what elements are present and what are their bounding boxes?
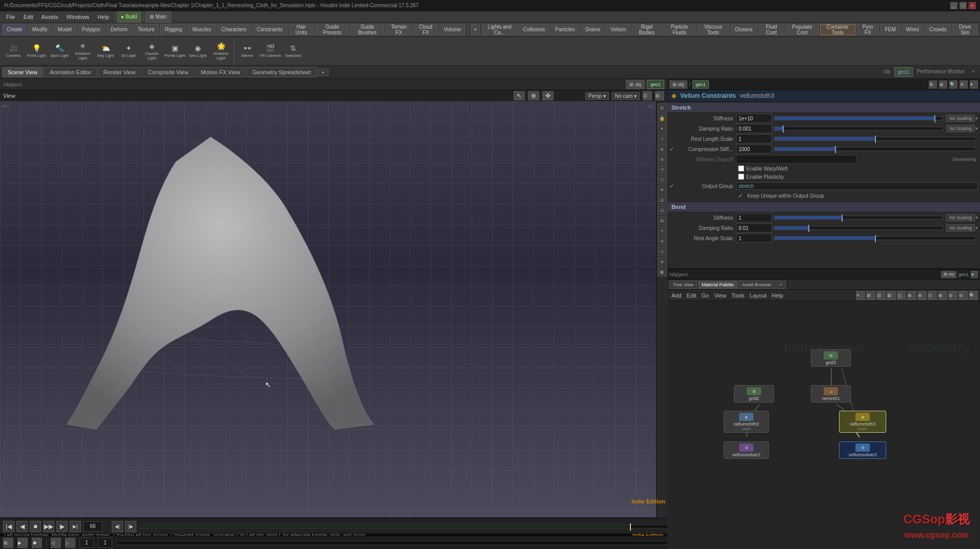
viscous-tools[interactable]: Viscous Tools	[697, 24, 729, 35]
ng-go[interactable]: Go	[700, 291, 711, 300]
vr-icon-7[interactable]: ⟲	[658, 165, 667, 174]
menu-assets[interactable]: Assets	[37, 13, 63, 21]
rigid-bodies[interactable]: Rigid Bodies	[631, 24, 662, 35]
tool-vr-camera[interactable]: 🎬 VR Camera	[259, 38, 281, 65]
props-icon2[interactable]: ⊕	[939, 80, 947, 89]
rest-angle-input[interactable]	[736, 234, 772, 243]
right-tab-add[interactable]: +	[969, 67, 978, 77]
output-group-input[interactable]	[736, 182, 978, 190]
viewport-canvas[interactable]: ↖ abc xyz ⊞ 🔒 ● ⊙ ◈ ⊕ ⟲ ⊡	[0, 101, 667, 517]
compression-check[interactable]: ✓	[669, 146, 678, 153]
drive-sim[interactable]: Drive Sim	[952, 24, 978, 35]
node-vellumsolver2[interactable]: ⚙ vellumsolver2	[724, 441, 769, 459]
bb-icon5[interactable]: ▷	[65, 538, 75, 548]
bend-stiffness-arrow[interactable]: ▾	[975, 215, 978, 220]
vr-icon-9[interactable]: ▼	[658, 185, 667, 195]
jump-start[interactable]: |◀	[3, 521, 14, 532]
bb-icon1[interactable]: ⊞	[3, 538, 13, 548]
tab-animation-editor[interactable]: Animation Editor	[44, 67, 97, 77]
shelf-model[interactable]: Model	[53, 24, 76, 35]
main-button[interactable]: ⊞ Main	[145, 11, 171, 23]
right-perf-monitor[interactable]: Performance Monitor	[914, 67, 968, 77]
node-grid3[interactable]: ⊞ grid3	[811, 349, 851, 367]
shelf-add[interactable]: +	[471, 24, 480, 35]
tool-gi-light[interactable]: ✦ GI Light	[117, 38, 140, 65]
grains[interactable]: Grains	[581, 24, 605, 35]
tool-portal-light[interactable]: ▣ Portal Light	[164, 38, 186, 65]
bb-icon4[interactable]: ◁	[51, 538, 61, 548]
vr-icon-6[interactable]: ⊕	[658, 155, 667, 164]
rest-length-slider[interactable]	[774, 137, 976, 141]
tool-ambient-light[interactable]: ☀ Ambient Light	[71, 38, 94, 65]
vr-icon-13[interactable]: ✕	[658, 226, 667, 236]
ng-icon11[interactable]: ⊖	[958, 291, 968, 300]
play-realtime[interactable]: ▶▶	[43, 521, 54, 532]
close-button[interactable]: ×	[969, 2, 976, 9]
compression-slider[interactable]	[774, 147, 976, 151]
shelf-guide-brushes[interactable]: Guide Brushes	[350, 24, 384, 35]
damping-input[interactable]	[736, 124, 772, 133]
shelf-hair-units[interactable]: Hair Units	[289, 24, 314, 35]
vr-icon-3[interactable]: ●	[658, 124, 667, 133]
damping-no-scaling-btn[interactable]: No Scaling	[946, 125, 975, 132]
vp-icon2[interactable]: ⊞	[655, 91, 664, 100]
particles[interactable]: Particles	[550, 24, 579, 35]
tool-sky[interactable]: ⛅ Sky Light	[94, 38, 117, 65]
vr-icon-17[interactable]: ▣	[658, 267, 667, 277]
tab-render-view[interactable]: Render View	[98, 67, 141, 77]
play-forward[interactable]: ▶	[56, 521, 68, 532]
bb-icon2[interactable]: ▶	[17, 538, 28, 548]
ng-icon2[interactable]: ⊞	[866, 291, 875, 300]
menu-file[interactable]: File	[2, 13, 19, 21]
bend-damping-slider[interactable]	[774, 226, 943, 230]
ng-icon3[interactable]: ⊟	[876, 291, 886, 300]
tab-geometry-spreadsheet[interactable]: Geometry Spreadsheet	[247, 67, 317, 77]
ng-icon4[interactable]: ⊠	[887, 291, 896, 300]
menu-help[interactable]: Help	[93, 13, 113, 21]
props-obj-btn[interactable]: ⊞ obj	[669, 80, 687, 89]
bb-icon3[interactable]: ⏺	[32, 538, 42, 548]
ng-icon5[interactable]: ◫	[897, 291, 906, 300]
container-tools[interactable]: Container Tools	[820, 24, 855, 35]
props-icon4[interactable]: ✕	[959, 80, 968, 89]
shelf-muscles[interactable]: Muscles	[188, 24, 216, 35]
collisions[interactable]: Collisions	[519, 24, 550, 35]
shelf-rigging[interactable]: Rigging	[160, 24, 187, 35]
tool-stereo[interactable]: 👓 Stereo	[236, 38, 258, 65]
prev-key[interactable]: ◀|	[112, 521, 123, 532]
populate-cont[interactable]: Populate Cont	[786, 24, 819, 35]
tab-composite-view[interactable]: Composite View	[142, 67, 194, 77]
node-remesh1[interactable]: ⊿ remesh1	[811, 385, 851, 403]
pyro-fx[interactable]: Pyro FX	[856, 24, 880, 35]
stiffness-dropdown-arrow[interactable]: ▾	[975, 116, 978, 121]
shelf-characters[interactable]: Characters	[217, 24, 251, 35]
vr-icon-12[interactable]: ⊠	[658, 216, 667, 225]
ng-layout[interactable]: Layout	[748, 291, 769, 300]
ng-tab-material-palette[interactable]: Material Palette	[698, 281, 738, 289]
minimize-button[interactable]: _	[950, 2, 957, 9]
vr-icon-2[interactable]: 🔒	[658, 114, 667, 123]
vr-icon-16[interactable]: ⊕	[658, 257, 667, 266]
ng-edit[interactable]: Edit	[685, 291, 699, 300]
vr-icon-14[interactable]: ⊛	[658, 237, 667, 246]
tool-camera[interactable]: 🎥 Camera	[2, 38, 25, 65]
step-forward[interactable]: ▶|	[70, 521, 81, 532]
fluid-cont[interactable]: Fluid Cont	[758, 24, 785, 35]
shelf-deform[interactable]: Deform	[106, 24, 132, 35]
fem[interactable]: FEM	[880, 24, 900, 35]
bend-damping-arrow[interactable]: ▾	[975, 225, 978, 230]
maximize-button[interactable]: □	[959, 2, 967, 9]
props-geo1-btn[interactable]: geo1	[692, 80, 709, 89]
menu-edit[interactable]: Edit	[19, 13, 37, 21]
build-button[interactable]: ▸ Build	[117, 11, 141, 23]
crowds[interactable]: Crowds	[925, 24, 951, 35]
bb-step[interactable]	[98, 538, 112, 548]
ng-add[interactable]: Add	[669, 291, 684, 300]
oceans[interactable]: Oceans	[730, 24, 757, 35]
bend-damping-input[interactable]	[736, 223, 772, 233]
vr-icon-15[interactable]: ◎	[658, 247, 667, 256]
tab-scene-view[interactable]: Scene View	[2, 67, 43, 77]
vr-icon-11[interactable]: ⊟	[658, 206, 667, 215]
ng-icon1[interactable]: ↖	[856, 291, 865, 300]
ng-obj-btn[interactable]: ⊞ obj	[941, 271, 956, 278]
